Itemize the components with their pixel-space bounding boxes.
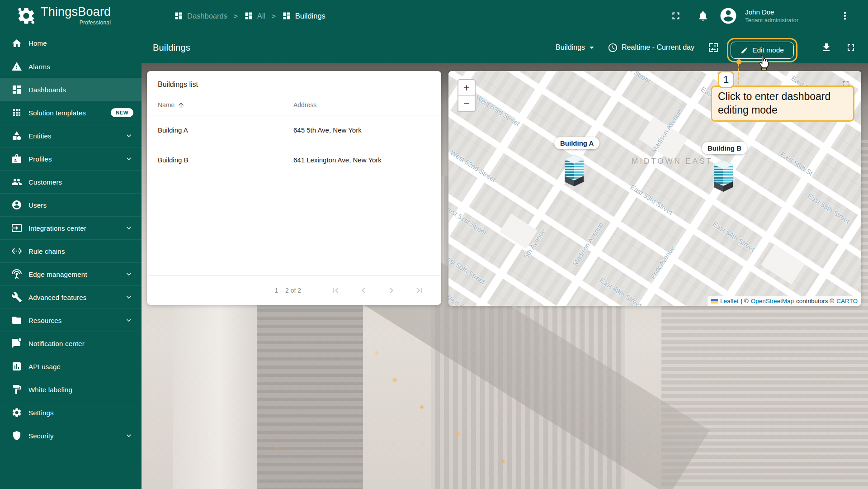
building-3d-marker-icon[interactable]	[713, 160, 733, 192]
avatar[interactable]	[719, 6, 738, 25]
toolbar-fullscreen-icon[interactable]	[845, 42, 856, 53]
sidebar-item-label: Security	[28, 432, 124, 440]
timewindow-button[interactable]: Realtime - Current day	[608, 43, 694, 53]
sidebar-item-security[interactable]: Security	[0, 424, 142, 447]
paint-icon	[11, 384, 22, 395]
fullscreen-icon[interactable]	[670, 10, 682, 22]
settings-icon	[11, 407, 22, 418]
dashboard-state-select[interactable]: Buildings	[556, 43, 594, 52]
sidebar-item-label: Home	[28, 39, 133, 47]
sidebar-item-users[interactable]: Users	[0, 193, 142, 216]
edit-mode-highlight-ring: Edit mode	[727, 38, 797, 62]
download-icon[interactable]	[821, 42, 832, 53]
sort-asc-icon	[177, 101, 185, 109]
map-tiles[interactable]: West 53rd StreetWest 54th StreetWest 52n…	[448, 71, 861, 306]
building-3d-marker-icon[interactable]	[564, 154, 584, 187]
sidebar-item-entities[interactable]: Entities	[0, 124, 142, 147]
sidebar-item-solution-templates[interactable]: Solution templates NEW	[0, 101, 142, 124]
marker-label-building-b[interactable]: Building B	[702, 142, 747, 154]
background-image-icon[interactable]	[708, 42, 719, 53]
chat-icon	[11, 338, 22, 349]
sidebar-item-label: Dashboards	[28, 86, 133, 94]
input-icon	[11, 223, 22, 233]
breadcrumb: Dashboards > All > Buildings	[174, 11, 326, 20]
breadcrumb-separator: >	[234, 12, 238, 20]
app-logo[interactable]: ThingsBoard Professional	[0, 6, 142, 26]
user-name: John Doe	[745, 8, 798, 16]
sidebar-item-label: Advanced features	[28, 294, 124, 301]
sidebar-item-label: Settings	[28, 409, 133, 417]
map-attribution: Leaflet | © OpenStreetMap contributors ©…	[708, 296, 861, 306]
ethernet-icon	[11, 246, 22, 256]
first-page-icon[interactable]	[330, 285, 341, 296]
more-vert-icon[interactable]	[839, 10, 851, 22]
table-row[interactable]: Building A 645 5th Ave, New York	[147, 115, 441, 145]
chevron-down-icon	[124, 270, 133, 279]
column-header-name[interactable]: Name	[158, 101, 293, 109]
map-widget[interactable]: West 53rd StreetWest 54th StreetWest 52n…	[448, 71, 861, 306]
dashboard-icon	[174, 11, 183, 20]
chevron-down-icon	[124, 131, 133, 140]
shield-icon	[11, 430, 22, 441]
group-icon	[11, 176, 22, 187]
sidebar-item-customers[interactable]: Customers	[0, 170, 142, 193]
sidebar-item-notification-center[interactable]: Notification center	[0, 332, 142, 355]
sidebar-item-profiles[interactable]: Profiles	[0, 147, 142, 170]
user-info[interactable]: John Doe Tenant administrator	[745, 8, 798, 24]
table-row[interactable]: Building B 641 Lexington Ave, New York	[147, 145, 441, 175]
leaflet-link[interactable]: Leaflet	[720, 298, 739, 304]
sidebar-item-label: Rule chains	[28, 247, 133, 255]
dashboard-toolbar: Buildings Buildings Realtime - Current d…	[142, 32, 868, 63]
carto-link[interactable]: CARTO	[836, 298, 858, 304]
breadcrumb-item-all[interactable]: All	[244, 11, 265, 20]
sidebar-item-rule-chains[interactable]: Rule chains	[0, 239, 142, 262]
chevron-down-icon	[124, 316, 133, 325]
marker-label-building-a[interactable]: Building A	[554, 137, 599, 149]
sidebar-item-api-usage[interactable]: API usage	[0, 355, 142, 378]
chart-icon	[11, 361, 22, 372]
sidebar-item-home[interactable]: Home	[0, 32, 142, 55]
dashboard-icon	[282, 11, 291, 20]
cell-address: 641 Lexington Ave, New York	[293, 156, 382, 164]
map-fullscreen-icon[interactable]	[841, 79, 850, 88]
notifications-bell-icon[interactable]	[697, 10, 709, 22]
chevron-down-icon	[124, 293, 133, 302]
sidebar-item-integrations-center[interactable]: Integrations center	[0, 216, 142, 239]
sidebar-item-advanced-features[interactable]: Advanced features	[0, 285, 142, 309]
badge-icon	[11, 153, 22, 164]
zoom-out-button[interactable]: −	[458, 96, 475, 111]
openstreetmap-link[interactable]: OpenStreetMap	[751, 298, 794, 304]
thingsboard-logo-icon	[16, 6, 36, 26]
edit-mode-button[interactable]: Edit mode	[731, 42, 794, 59]
folder-icon	[11, 315, 22, 326]
dashboard-icon	[244, 11, 253, 20]
breadcrumb-label: Buildings	[295, 12, 326, 20]
column-header-address[interactable]: Address	[293, 101, 316, 109]
user-role: Tenant administrator	[745, 17, 798, 24]
zoom-in-button[interactable]: +	[458, 80, 475, 96]
new-badge: NEW	[111, 108, 133, 117]
account-icon	[11, 199, 22, 210]
breadcrumb-item-dashboards[interactable]: Dashboards	[174, 11, 227, 20]
build-icon	[11, 292, 22, 303]
pencil-icon	[741, 47, 748, 54]
clock-icon	[608, 43, 618, 53]
cell-address: 645 5th Ave, New York	[293, 126, 362, 134]
sidebar-item-alarms[interactable]: Alarms	[0, 55, 142, 78]
column-address-label: Address	[293, 101, 316, 109]
buildings-list-widget: Buildings list Name Address Building A 6…	[147, 71, 441, 305]
breadcrumb-label: Dashboards	[187, 12, 227, 20]
prev-page-icon[interactable]	[358, 285, 369, 296]
last-page-icon[interactable]	[414, 285, 425, 296]
chevron-down-icon	[124, 431, 133, 440]
sidebar-item-label: Profiles	[28, 155, 124, 163]
sidebar-item-white-labeling[interactable]: White labeling	[0, 378, 142, 401]
sidebar-item-label: Integrations center	[28, 224, 124, 232]
sidebar-item-settings[interactable]: Settings	[0, 401, 142, 424]
breadcrumb-item-buildings[interactable]: Buildings	[282, 11, 326, 20]
sidebar-item-dashboards[interactable]: Dashboards	[0, 78, 142, 101]
next-page-icon[interactable]	[386, 285, 397, 296]
chevron-down-icon	[124, 223, 133, 233]
sidebar-item-edge-management[interactable]: Edge management	[0, 262, 142, 285]
sidebar-item-resources[interactable]: Resources	[0, 309, 142, 332]
